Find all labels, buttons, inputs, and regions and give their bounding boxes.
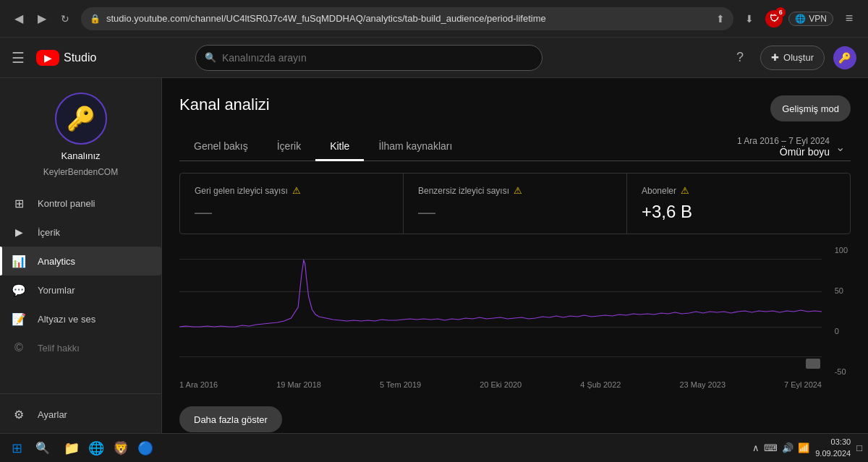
main-layout: 🔑 Kanalınız KeylerBendenCOM ⊞ Kontrol pa… (0, 78, 868, 462)
chart-wrapper: 100 50 0 -50 (179, 246, 851, 376)
yt-logo: ▶ Studio (36, 50, 96, 66)
sidebar-item-subtitles[interactable]: 📝 Altyazı ve ses (0, 304, 161, 333)
analytics-body: Geri gelen izleyici sayısı ⚠ — Benzersiz… (179, 173, 851, 432)
sidebar-item-content[interactable]: ▶ İçerik (0, 218, 161, 247)
address-text: studio.youtube.com/channel/UC4ltSR0J7c4W… (106, 13, 710, 24)
avatar[interactable]: 🔑 (833, 46, 856, 69)
sidebar-label-comments: Yorumlar (38, 285, 75, 296)
sidebar-label-settings: Ayarlar (38, 409, 67, 420)
metric-title-unique: Benzersiz izleyici sayısı ⚠ (418, 185, 612, 196)
dashboard-icon: ⊞ (12, 196, 26, 210)
studio-header: ☰ ▶ Studio 🔍 ? ✚ Oluştur 🔑 (0, 38, 868, 78)
copyright-icon: © (12, 341, 26, 355)
taskbar: ⊞ 🔍 📁 🌐 🦁 🔵 ∧ ⌨ 🔊 📶 03:30 9.09.2024 □ (0, 433, 868, 462)
taskbar-notification-icon[interactable]: □ (856, 442, 862, 453)
taskbar-app-blue[interactable]: 🔵 (135, 437, 156, 459)
tab-content[interactable]: İçerik (263, 133, 315, 161)
forward-button[interactable]: ▶ (32, 9, 52, 29)
search-icon: 🔍 (205, 52, 216, 63)
browser-nav-buttons: ◀ ▶ ↻ (9, 9, 75, 29)
content-icon: ▶ (12, 225, 26, 239)
taskbar-keyboard-icon[interactable]: ⌨ (764, 442, 778, 453)
sidebar-label-analytics: Analytics (38, 256, 75, 267)
metrics-row: Geri gelen izleyici sayısı ⚠ — Benzersiz… (179, 173, 851, 234)
channel-name: Kanalınız (61, 150, 100, 161)
advanced-mode-button[interactable]: Gelişmiş mod (770, 95, 851, 121)
sidebar-nav: ⊞ Kontrol paneli ▶ İçerik 📊 Analytics 💬 … (0, 189, 161, 393)
sidebar-label-dashboard: Kontrol paneli (38, 198, 95, 209)
date-range-label: 1 Ara 2016 – 7 Eyl 2024 (737, 136, 830, 146)
vpn-badge[interactable]: 🌐 VPN (788, 12, 833, 26)
browser-actions: ⬇ 🛡 6 🌐 VPN ≡ (739, 9, 859, 29)
sidebar-label-content: İçerik (38, 227, 60, 238)
menu-button[interactable]: ≡ (839, 9, 859, 29)
channel-handle: KeylerBendenCOM (43, 167, 118, 177)
back-button[interactable]: ◀ (9, 9, 29, 29)
chart-y-labels: 100 50 0 -50 (835, 246, 848, 376)
metric-title-subscribers: Aboneler ⚠ (642, 185, 835, 196)
taskbar-chevron-icon[interactable]: ∧ (752, 442, 760, 453)
youtube-icon: ▶ (36, 50, 59, 66)
download-button[interactable]: ⬇ (739, 9, 760, 29)
content-area: Kanal analizi Gelişmiş mod Genel bakış İ… (162, 78, 868, 462)
search-input[interactable] (222, 52, 533, 64)
sidebar-item-copyright[interactable]: © Telif hakkı (0, 333, 161, 362)
metric-unique-viewers: Benzersiz izleyici sayısı ⚠ — (404, 174, 627, 234)
hamburger-icon[interactable]: ☰ (12, 49, 25, 67)
taskbar-app-browser[interactable]: 🌐 (85, 437, 107, 459)
metric-title-returning: Geri gelen izleyici sayısı ⚠ (195, 185, 388, 196)
metric-returning-viewers: Geri gelen izleyici sayısı ⚠ — (180, 174, 404, 234)
tab-inspiration[interactable]: İlham kaynakları (364, 133, 467, 161)
scroll-indicator[interactable] (806, 359, 820, 369)
sidebar-item-analytics[interactable]: 📊 Analytics (0, 247, 161, 275)
metric-value-returning: — (195, 202, 388, 222)
metric-subscribers: Aboneler ⚠ +3,6 B (627, 174, 850, 234)
period-label: Ömür boyu (737, 146, 830, 158)
show-more-button[interactable]: Daha fazla göster (179, 406, 282, 432)
reload-button[interactable]: ↻ (55, 9, 75, 29)
chart-x-labels: 1 Ara 2016 19 Mar 2018 5 Tem 2019 20 Eki… (179, 376, 851, 389)
taskbar-network-icon[interactable]: 📶 (798, 442, 809, 453)
taskbar-app-shield[interactable]: 🦁 (110, 437, 132, 459)
metric-value-unique: — (418, 202, 612, 222)
share-icon: ⬆ (716, 13, 725, 25)
sidebar-item-comments[interactable]: 💬 Yorumlar (0, 275, 161, 304)
help-button[interactable]: ? (728, 46, 752, 69)
comments-icon: 💬 (12, 283, 26, 297)
warning-icon-returning: ⚠ (292, 185, 301, 196)
taskbar-right: ∧ ⌨ 🔊 📶 03:30 9.09.2024 □ (752, 437, 862, 459)
sidebar: 🔑 Kanalınız KeylerBendenCOM ⊞ Kontrol pa… (0, 78, 162, 462)
search-bar[interactable]: 🔍 (195, 45, 542, 71)
date-range: 1 Ara 2016 – 7 Eyl 2024 Ömür boyu ⌄ (737, 136, 845, 158)
extension-icon[interactable]: 🛡 6 (765, 10, 783, 27)
warning-icon-subscribers: ⚠ (681, 185, 689, 196)
subtitles-icon: 📝 (12, 312, 26, 326)
create-button[interactable]: ✚ Oluştur (760, 46, 825, 70)
sidebar-item-settings[interactable]: ⚙ Ayarlar (0, 400, 161, 429)
taskbar-search-button[interactable]: 🔍 (32, 437, 54, 459)
analytics-icon: 📊 (12, 254, 26, 268)
sidebar-label-subtitles: Altyazı ve ses (38, 314, 95, 325)
create-icon: ✚ (771, 52, 779, 63)
date-chevron-icon[interactable]: ⌄ (835, 140, 845, 154)
tabs: Genel bakış İçerik Kitle İlham kaynaklar… (179, 133, 851, 161)
header-actions: ? ✚ Oluştur 🔑 (728, 46, 856, 70)
sidebar-item-dashboard[interactable]: ⊞ Kontrol paneli (0, 189, 161, 218)
metric-value-subscribers: +3,6 B (642, 202, 835, 222)
taskbar-app-folder[interactable]: 📁 (61, 437, 82, 459)
taskbar-volume-icon[interactable]: 🔊 (782, 442, 793, 453)
warning-icon-unique: ⚠ (514, 185, 522, 196)
tab-audience[interactable]: Kitle (315, 133, 364, 161)
channel-avatar[interactable]: 🔑 (55, 93, 107, 145)
address-bar[interactable]: 🔒 studio.youtube.com/channel/UC4ltSR0J7c… (81, 7, 733, 30)
studio-label: Studio (64, 51, 96, 64)
page-title: Kanal analizi (179, 95, 270, 114)
chart-container: 100 50 0 -50 1 Ara 2016 19 Mar 2018 5 Te… (179, 234, 851, 395)
taskbar-start-button[interactable]: ⊞ (6, 437, 27, 459)
tab-overview[interactable]: Genel bakış (179, 133, 263, 161)
taskbar-apps: 📁 🌐 🦁 🔵 (61, 437, 156, 459)
page-header: Kanal analizi Gelişmiş mod (179, 95, 851, 121)
channel-info: 🔑 Kanalınız KeylerBendenCOM (0, 78, 161, 189)
lock-icon: 🔒 (90, 14, 101, 24)
chart-svg (179, 246, 822, 376)
